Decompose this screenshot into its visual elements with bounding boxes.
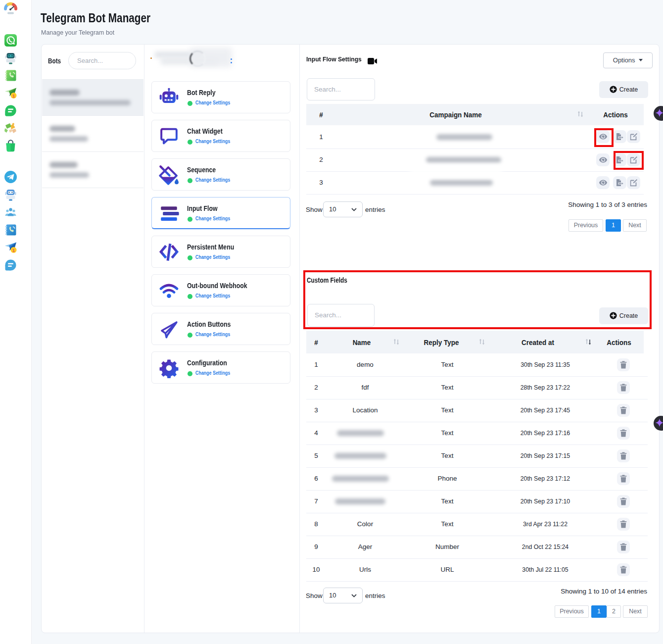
svg-text:1: 1: [12, 248, 15, 252]
svg-text:1: 1: [12, 93, 15, 98]
